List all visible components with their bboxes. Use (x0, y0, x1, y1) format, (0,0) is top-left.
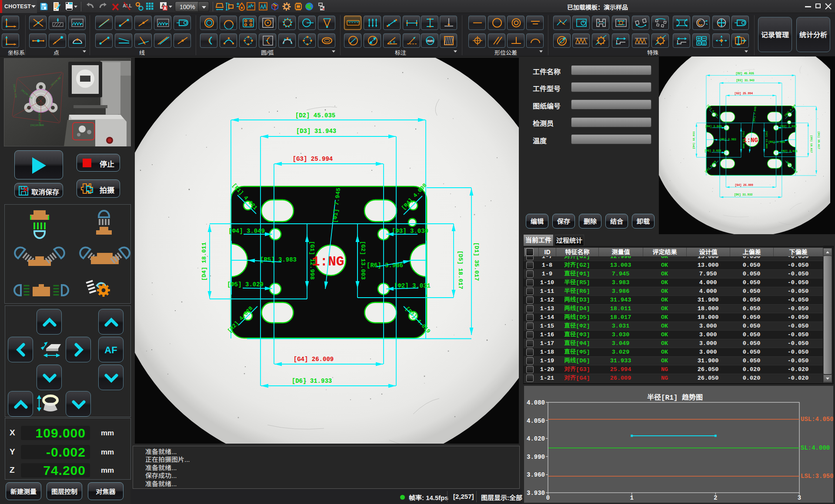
svg-text:0: 0 (546, 494, 550, 501)
svg-text:3: 3 (798, 494, 801, 501)
svg-text:4.080: 4.080 (527, 399, 545, 406)
svg-text:θ: θ (393, 40, 395, 44)
svg-text:SL:4.000: SL:4.000 (801, 444, 830, 451)
svg-text:[X1]26.306: [X1]26.306 (30, 124, 44, 127)
svg-text:4.020: 4.020 (527, 435, 545, 442)
svg-text:2: 2 (714, 494, 717, 501)
svg-text:3.990: 3.990 (527, 454, 545, 461)
svg-text:LSL:3.950: LSL:3.950 (801, 473, 833, 480)
svg-text:mm: mm (427, 39, 434, 43)
svg-text:3.930: 3.930 (527, 490, 545, 497)
svg-text:3.960: 3.960 (527, 471, 545, 478)
svg-text:A: A (164, 6, 167, 11)
svg-text:USL:4.050: USL:4.050 (801, 416, 833, 423)
svg-text:4.050: 4.050 (527, 418, 545, 424)
svg-text:1: 1 (630, 494, 633, 501)
